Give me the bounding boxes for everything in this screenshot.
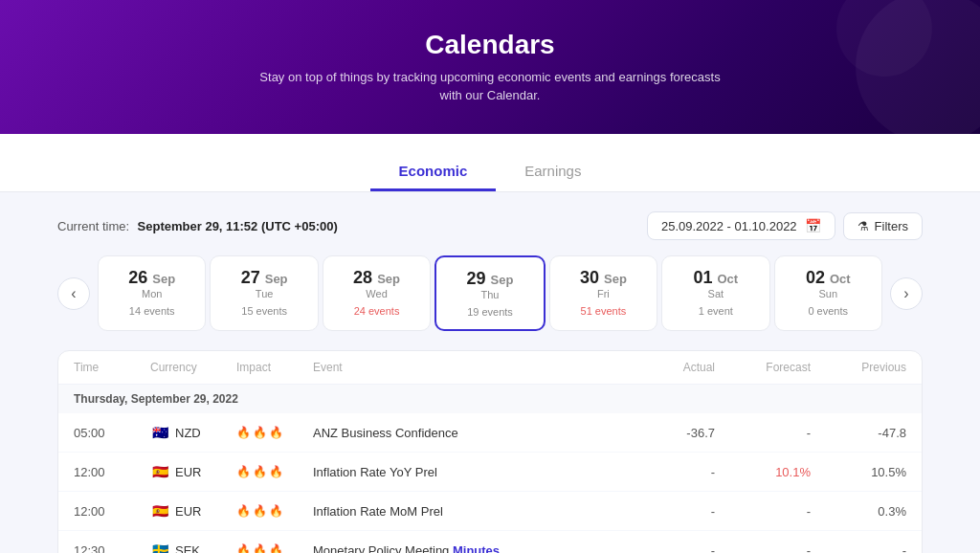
event-previous: 0.3% (811, 504, 906, 519)
current-time-display: Current time: September 29, 11:52 (UTC +… (57, 217, 338, 234)
event-actual: - (619, 504, 715, 519)
table-header: Time Currency Impact Event Actual Foreca… (58, 351, 922, 385)
flame-icon: 🔥 (269, 543, 283, 553)
events-table: Time Currency Impact Event Actual Foreca… (57, 350, 923, 553)
main-content: Current time: September 29, 11:52 (UTC +… (0, 192, 980, 553)
col-time: Time (74, 361, 150, 374)
flag-icon: 🇸🇪 (150, 541, 169, 553)
day-card-1[interactable]: 27 Sep Tue 15 events (210, 255, 318, 331)
event-currency: 🇦🇺 NZD (150, 423, 236, 442)
event-previous: -47.8 (811, 426, 906, 440)
event-title: Inflation Rate MoM Prel (313, 504, 619, 519)
filters-label: Filters (875, 219, 908, 233)
event-impact: 🔥🔥🔥 (236, 465, 313, 478)
days-row: 26 Sep Mon 14 events 27 Sep Tue 15 event… (98, 255, 882, 331)
table-row[interactable]: 12:00 🇪🇸 EUR 🔥🔥🔥 Inflation Rate MoM Prel… (58, 492, 922, 531)
flame-icon: 🔥 (236, 504, 251, 518)
flame-icon: 🔥 (269, 426, 283, 439)
event-impact: 🔥🔥🔥 (236, 543, 313, 553)
event-previous: 10.5% (811, 465, 906, 479)
current-time-value: September 29, 11:52 (UTC +05:00) (138, 219, 338, 233)
day-card-4[interactable]: 30 Sep Fri 51 events (549, 255, 657, 331)
event-time: 12:00 (74, 465, 150, 479)
current-time-label: Current time: (57, 219, 129, 233)
event-time: 12:30 (74, 543, 150, 554)
flag-icon: 🇪🇸 (150, 462, 169, 481)
event-previous: - (811, 543, 906, 554)
flame-icon: 🔥 (253, 504, 267, 518)
event-actual: -36.7 (619, 426, 715, 440)
tab-earnings[interactable]: Earnings (496, 153, 610, 191)
flame-icon: 🔥 (269, 504, 283, 518)
day-card-0[interactable]: 26 Sep Mon 14 events (98, 255, 206, 331)
table-row[interactable]: 12:30 🇸🇪 SEK 🔥🔥🔥 Monetary Policy Meeting… (58, 531, 922, 553)
flame-icon: 🔥 (236, 465, 251, 478)
day-card-2[interactable]: 28 Sep Wed 24 events (323, 255, 431, 331)
day-card-6[interactable]: 02 Oct Sun 0 events (774, 255, 882, 331)
flame-icon: 🔥 (253, 543, 267, 553)
event-currency: 🇪🇸 EUR (150, 501, 236, 520)
toolbar: Current time: September 29, 11:52 (UTC +… (57, 211, 923, 240)
flag-icon: 🇦🇺 (150, 423, 169, 442)
tab-economic[interactable]: Economic (370, 153, 497, 191)
day-card-3[interactable]: 29 Sep Thu 19 events (434, 255, 545, 331)
event-title: ANZ Business Confidence (313, 426, 619, 440)
prev-arrow[interactable]: ‹ (57, 277, 90, 310)
date-range-button[interactable]: 25.09.2022 - 01.10.2022 📅 (647, 211, 835, 240)
col-impact: Impact (236, 361, 313, 374)
flame-icon: 🔥 (253, 426, 267, 439)
event-forecast: - (715, 543, 811, 554)
hero-subtitle: Stay on top of things by tracking upcomi… (251, 68, 729, 105)
event-currency: 🇪🇸 EUR (150, 462, 236, 481)
next-arrow[interactable]: › (890, 277, 923, 310)
tabs-section: Economic Earnings (0, 134, 980, 192)
toolbar-right: 25.09.2022 - 01.10.2022 📅 ⚗ Filters (647, 211, 923, 240)
event-impact: 🔥🔥🔥 (236, 426, 313, 439)
col-event: Event (313, 361, 619, 374)
event-title: Monetary Policy Meeting Minutes (313, 543, 619, 554)
date-range-value: 25.09.2022 - 01.10.2022 (661, 219, 797, 233)
event-title: Inflation Rate YoY Prel (313, 465, 619, 479)
table-row[interactable]: 12:00 🇪🇸 EUR 🔥🔥🔥 Inflation Rate YoY Prel… (58, 453, 922, 492)
flame-icon: 🔥 (269, 465, 283, 478)
event-time: 12:00 (74, 504, 150, 519)
hero-section: Calendars Stay on top of things by track… (0, 0, 980, 134)
table-row[interactable]: 05:00 🇦🇺 NZD 🔥🔥🔥 ANZ Business Confidence… (58, 413, 922, 453)
filter-icon: ⚗ (858, 219, 869, 233)
event-forecast: - (715, 504, 811, 519)
col-forecast: Forecast (715, 361, 811, 374)
event-time: 05:00 (74, 426, 150, 440)
col-previous: Previous (811, 361, 906, 374)
hero-title: Calendars (425, 30, 554, 60)
day-card-5[interactable]: 01 Oct Sat 1 event (661, 255, 769, 331)
flame-icon: 🔥 (253, 465, 267, 478)
flame-icon: 🔥 (236, 543, 251, 553)
calendar-icon: 📅 (805, 218, 821, 233)
filters-button[interactable]: ⚗ Filters (843, 212, 923, 240)
event-forecast: - (715, 426, 811, 440)
col-actual: Actual (619, 361, 715, 374)
calendar-nav: ‹ 26 Sep Mon 14 events 27 Sep Tue 15 eve… (57, 255, 923, 331)
event-actual: - (619, 465, 715, 479)
event-currency: 🇸🇪 SEK (150, 541, 236, 553)
flame-icon: 🔥 (236, 426, 251, 439)
event-actual: - (619, 543, 715, 554)
col-currency: Currency (150, 361, 236, 374)
section-date: Thursday, September 29, 2022 (58, 385, 922, 413)
flag-icon: 🇪🇸 (150, 501, 169, 520)
event-impact: 🔥🔥🔥 (236, 504, 313, 518)
event-forecast: 10.1% (715, 465, 811, 479)
